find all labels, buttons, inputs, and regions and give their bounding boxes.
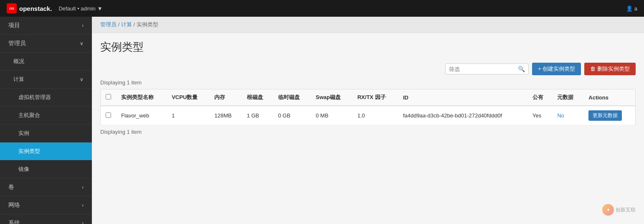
header-left: OS openstack. Default • admin ▼ — [7, 3, 103, 13]
col-id: ID — [398, 89, 527, 106]
chevron-right-icon: › — [82, 202, 84, 208]
search-icon: 🔍 — [518, 66, 525, 72]
sidebar-item-label: 项目 — [8, 22, 20, 29]
svg-text:OS: OS — [9, 7, 14, 10]
row-name: Flavor_web — [116, 106, 167, 125]
sidebar-item-label: 卷 — [8, 183, 14, 191]
sidebar-item-label: 计算 — [13, 76, 24, 83]
create-flavor-button[interactable]: + 创建实例类型 — [532, 63, 581, 75]
sidebar-item-volume[interactable]: 卷 › — [0, 178, 92, 196]
update-metadata-button[interactable]: 更新元数据 — [588, 110, 622, 121]
search-box[interactable]: 🔍 — [445, 64, 529, 74]
sidebar-item-overview[interactable]: 概况 — [0, 53, 92, 71]
watermark-icon: ✦ — [602, 204, 614, 216]
page-header: 实例类型 — [92, 33, 644, 59]
col-checkbox — [101, 89, 117, 106]
sidebar-item-host-aggregate[interactable]: 主机聚合 — [0, 107, 92, 125]
col-ephemeral: 临时磁盘 — [273, 89, 311, 106]
flavors-table: 实例类型名称 VCPU数量 内存 根磁盘 临时磁盘 Swap磁盘 RX/TX 因… — [100, 89, 636, 125]
breadcrumb: 管理员 / 计算 / 实例类型 — [92, 17, 644, 33]
row-rxtx: 1.0 — [352, 106, 398, 125]
delete-flavor-button[interactable]: 🗑 删除实例类型 — [584, 63, 636, 75]
sidebar-item-vm-manager[interactable]: 虚拟机管理器 — [0, 89, 92, 107]
top-header: OS openstack. Default • admin ▼ 👤 a — [0, 0, 644, 17]
col-memory: 内存 — [209, 89, 241, 106]
item-count-bottom: Displaying 1 item — [100, 129, 636, 135]
col-metadata: 元数据 — [552, 89, 583, 106]
sidebar-item-system[interactable]: 系统 › — [0, 214, 92, 224]
row-public: Yes — [527, 106, 552, 125]
col-public: 公有 — [527, 89, 552, 106]
row-ephemeral: 0 GB — [273, 106, 311, 125]
col-vcpu: VCPU数量 — [167, 89, 209, 106]
user-icon: 👤 a — [626, 5, 637, 12]
row-vcpu: 1 — [167, 106, 209, 125]
breadcrumb-current: 实例类型 — [137, 21, 158, 28]
table-header: 实例类型名称 VCPU数量 内存 根磁盘 临时磁盘 Swap磁盘 RX/TX 因… — [101, 89, 636, 106]
breadcrumb-admin[interactable]: 管理员 — [100, 21, 117, 28]
dropdown-label: Default • admin — [58, 5, 95, 12]
sidebar-item-label: 实例类型 — [18, 148, 40, 155]
search-input[interactable] — [449, 66, 518, 72]
sidebar-item-label: 网络 — [8, 201, 20, 209]
page-title: 实例类型 — [100, 40, 636, 54]
sidebar-item-label: 系统 — [8, 219, 20, 224]
chevron-right-icon: › — [82, 184, 84, 190]
watermark: ✦ 创新互联 — [602, 204, 636, 216]
sidebar-item-label: 实例 — [18, 130, 29, 137]
logo[interactable]: OS openstack. — [7, 3, 52, 13]
table-row: Flavor_web 1 128MB 1 GB 0 GB 0 MB 1.0 fa… — [101, 106, 636, 125]
header-dropdown[interactable]: Default • admin ▼ — [58, 5, 102, 12]
main-layout: 项目 › 管理员 ∨ 概况 计算 ∨ 虚拟机管理器 主机聚合 实例 实例类型 镜… — [0, 17, 644, 224]
chevron-down-icon: ∨ — [80, 76, 84, 82]
row-root-disk: 1 GB — [242, 106, 273, 125]
logo-icon: OS — [7, 3, 17, 13]
sidebar-item-admin[interactable]: 管理员 ∨ — [0, 35, 92, 53]
col-name: 实例类型名称 — [116, 89, 167, 106]
chevron-right-icon: › — [82, 220, 84, 224]
row-actions: 更新元数据 — [583, 106, 635, 125]
logo-label: openstack. — [19, 5, 52, 12]
sidebar-item-label: 镜像 — [18, 165, 29, 173]
sidebar-item-label: 管理员 — [8, 40, 26, 47]
row-id: fa4dd9aa-d3cb-42be-bd01-272d40fddd0f — [398, 106, 527, 125]
sidebar-item-project[interactable]: 项目 › — [0, 17, 92, 35]
row-swap: 0 MB — [311, 106, 352, 125]
table-body: Flavor_web 1 128MB 1 GB 0 GB 0 MB 1.0 fa… — [101, 106, 636, 125]
sidebar-item-compute[interactable]: 计算 ∨ — [0, 71, 92, 89]
sidebar-item-flavor[interactable]: 实例类型 — [0, 143, 92, 160]
table-wrapper: Displaying 1 item 实例类型名称 VCPU数量 内存 根磁盘 临… — [92, 79, 644, 135]
sidebar-item-label: 概况 — [13, 58, 24, 65]
chevron-down-icon: ∨ — [80, 41, 84, 46]
header-user[interactable]: 👤 a — [626, 5, 637, 12]
sidebar: 项目 › 管理员 ∨ 概况 计算 ∨ 虚拟机管理器 主机聚合 实例 实例类型 镜… — [0, 17, 92, 224]
content-area: 管理员 / 计算 / 实例类型 实例类型 🔍 + 创建实例类型 🗑 删除实例类型… — [92, 17, 644, 224]
item-count-top: Displaying 1 item — [100, 79, 636, 86]
chevron-right-icon: › — [82, 23, 84, 28]
sidebar-item-instance[interactable]: 实例 — [0, 125, 92, 143]
sidebar-item-label: 主机聚合 — [18, 112, 40, 119]
breadcrumb-sep1: / — [118, 21, 121, 28]
col-rxtx: RX/TX 因子 — [352, 89, 398, 106]
watermark-text: 创新互联 — [616, 206, 636, 214]
breadcrumb-sep2: / — [133, 21, 136, 28]
col-swap: Swap磁盘 — [311, 89, 352, 106]
toolbar: 🔍 + 创建实例类型 🗑 删除实例类型 — [92, 59, 644, 79]
row-checkbox[interactable] — [106, 112, 111, 118]
sidebar-item-image[interactable]: 镜像 — [0, 160, 92, 178]
row-checkbox-cell — [101, 106, 117, 125]
dropdown-chevron-icon: ▼ — [97, 5, 103, 12]
row-memory: 128MB — [209, 106, 241, 125]
metadata-link[interactable]: No — [557, 112, 564, 119]
sidebar-item-label: 虚拟机管理器 — [18, 94, 51, 101]
col-actions: Actions — [583, 89, 635, 106]
breadcrumb-compute[interactable]: 计算 — [121, 21, 132, 28]
sidebar-item-network[interactable]: 网络 › — [0, 196, 92, 214]
row-metadata: No — [552, 106, 583, 125]
col-root-disk: 根磁盘 — [242, 89, 273, 106]
select-all-checkbox[interactable] — [106, 94, 111, 99]
